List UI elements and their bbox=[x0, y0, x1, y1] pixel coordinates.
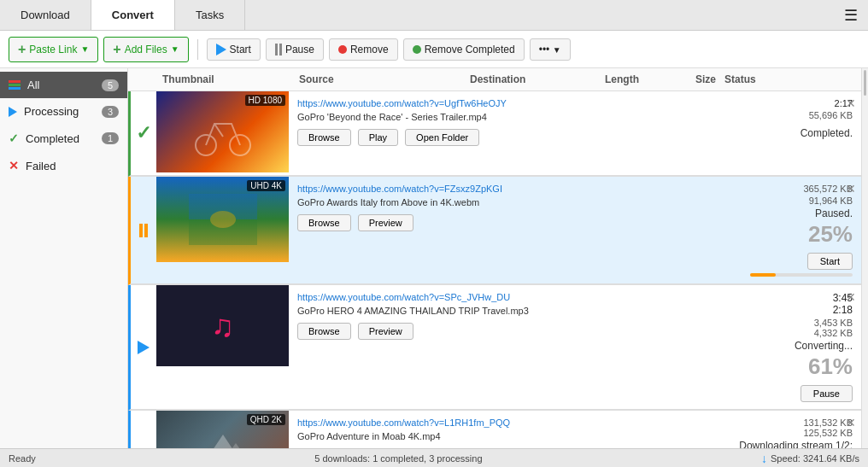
paste-link-dropdown-arrow[interactable]: ▼ bbox=[80, 44, 89, 54]
row-url-1: https://www.youtube.com/watch?v=UgfTw6He… bbox=[297, 98, 699, 108]
plus-icon-2: + bbox=[113, 42, 120, 57]
close-button-3[interactable]: ✕ bbox=[846, 290, 856, 304]
remove-completed-button[interactable]: Remove Completed bbox=[403, 38, 525, 61]
more-chevron-icon: ▼ bbox=[553, 45, 561, 55]
close-button-4[interactable]: ✕ bbox=[846, 416, 856, 429]
row-actions-1: Browse Play Open Folder bbox=[297, 129, 699, 146]
row-actions-3: Browse Preview bbox=[297, 323, 699, 340]
row-info-2: https://www.youtube.com/watch?v=FZsxz9Zp… bbox=[289, 177, 707, 283]
header-status: Status bbox=[724, 73, 853, 85]
browse-button-1[interactable]: Browse bbox=[297, 129, 351, 146]
browse-button-2[interactable]: Browse bbox=[297, 214, 351, 231]
check-icon: ✓ bbox=[9, 131, 19, 145]
processing-icon bbox=[9, 107, 17, 117]
plus-icon: + bbox=[18, 42, 26, 57]
row-dest-4: GoPro Adventure in Moab 4K.mp4 bbox=[297, 431, 699, 441]
open-folder-button-1[interactable]: Open Folder bbox=[405, 129, 479, 146]
svg-point-5 bbox=[210, 211, 236, 228]
toolbar: + Paste Link ▼ + Add Files ▼ Start Pause… bbox=[0, 31, 868, 68]
play-button-1[interactable]: Play bbox=[358, 129, 398, 146]
row-dest-3: GoPro HERO 4 AMAZING THAILAND TRIP Trave… bbox=[297, 306, 699, 316]
task-list: ✓ HD 1080 https://www.youtube.com/watch?… bbox=[128, 91, 861, 448]
download-arrow-icon: ↓ bbox=[761, 452, 767, 465]
row-dest-2: GoPro Awards Italy from Above in 4K.webm bbox=[297, 197, 699, 207]
x-icon: ✕ bbox=[9, 159, 19, 172]
add-files-dropdown-arrow[interactable]: ▼ bbox=[171, 44, 179, 54]
sidebar-item-all[interactable]: All 5 bbox=[0, 72, 127, 98]
status-ready: Ready bbox=[9, 453, 36, 464]
table-row: UHD 4K https://www.youtube.com/watch?v=F… bbox=[128, 177, 861, 285]
row-status-downloading-icon bbox=[131, 411, 156, 448]
header-size: Size bbox=[639, 73, 716, 85]
table-row: QHD 2K https://www.youtube.com/watch?v=L… bbox=[128, 411, 861, 448]
row-info-1: https://www.youtube.com/watch?v=UgfTw6He… bbox=[289, 91, 707, 175]
thumbnail-1: HD 1080 bbox=[156, 91, 289, 172]
thumbnail-4: QHD 2K bbox=[156, 411, 289, 448]
row-size1-3: 3,453 KB bbox=[814, 318, 853, 328]
row-dest-1: GoPro 'Beyond the Race' - Series Trailer… bbox=[297, 112, 699, 122]
tab-download[interactable]: Download bbox=[0, 0, 91, 30]
row-right-1: ✕ 2:17 55,696 KB Completed. bbox=[707, 91, 861, 175]
music-note-icon: ♫ bbox=[211, 308, 234, 344]
pause-button[interactable]: Pause bbox=[266, 38, 324, 61]
scrollbar[interactable] bbox=[861, 68, 868, 448]
close-button-2[interactable]: ✕ bbox=[846, 182, 856, 196]
add-files-button[interactable]: + Add Files ▼ bbox=[103, 37, 188, 62]
thumb-badge-2: UHD 4K bbox=[247, 180, 285, 191]
svg-line-2 bbox=[214, 124, 223, 137]
tab-convert[interactable]: Convert bbox=[91, 0, 175, 30]
header-length: Length bbox=[588, 73, 639, 85]
row-status-paused-icon bbox=[131, 177, 156, 283]
tab-bar: Download Convert Tasks ☰ bbox=[0, 0, 868, 31]
separator-1 bbox=[197, 39, 198, 60]
row-length2-3: 2:18 bbox=[833, 304, 853, 316]
status-bar: Ready 5 downloads: 1 completed, 3 proces… bbox=[0, 448, 868, 467]
sidebar: All 5 Processing 3 ✓ Completed 1 ✕ Faile… bbox=[0, 68, 128, 448]
row-actions-2: Browse Preview bbox=[297, 214, 699, 231]
browse-button-3[interactable]: Browse bbox=[297, 323, 351, 340]
status-center: 5 downloads: 1 completed, 3 processing bbox=[36, 453, 761, 464]
menu-icon[interactable]: ☰ bbox=[834, 0, 868, 32]
paste-link-button[interactable]: + Paste Link ▼ bbox=[9, 37, 98, 62]
row-info-4: https://www.youtube.com/watch?v=L1RH1fm_… bbox=[289, 411, 707, 448]
start-button[interactable]: Start bbox=[207, 38, 261, 61]
row-right-2: ✕ 365,572 KB 91,964 KB Paused. 25% Start bbox=[707, 177, 861, 283]
preview-button-2[interactable]: Preview bbox=[358, 214, 413, 231]
thumbnail-2: UHD 4K bbox=[156, 177, 289, 262]
content-area: Thumbnail Source Destination Length Size… bbox=[128, 68, 861, 448]
thumb-badge-1: HD 1080 bbox=[245, 95, 285, 106]
tab-tasks[interactable]: Tasks bbox=[175, 0, 245, 30]
row-info-3: https://www.youtube.com/watch?v=SPc_JVHw… bbox=[289, 285, 707, 409]
header-source: Source bbox=[299, 73, 470, 85]
row-url-4: https://www.youtube.com/watch?v=L1RH1fm_… bbox=[297, 417, 699, 428]
row-status-converting-icon bbox=[131, 285, 156, 409]
remove-button[interactable]: Remove bbox=[329, 38, 398, 61]
row-url-2: https://www.youtube.com/watch?v=FZsxz9Zp… bbox=[297, 184, 699, 194]
table-row: ♫ https://www.youtube.com/watch?v=SPc_JV… bbox=[128, 285, 861, 411]
status-speed: ↓ Speed: 3241.64 KB/s bbox=[761, 452, 859, 465]
all-icon bbox=[9, 80, 21, 90]
sidebar-item-failed[interactable]: ✕ Failed bbox=[0, 152, 127, 179]
close-button-1[interactable]: ✕ bbox=[846, 96, 856, 110]
table-header: Thumbnail Source Destination Length Size… bbox=[128, 68, 861, 91]
remove-completed-icon bbox=[413, 45, 421, 54]
row-size2-3: 4,332 KB bbox=[814, 328, 853, 338]
row-status-completed-icon: ✓ bbox=[131, 91, 156, 175]
row-right-3: ✕ 3:45 2:18 3,453 KB 4,332 KB Converting… bbox=[707, 285, 861, 409]
pause-button-3[interactable]: Pause bbox=[801, 385, 853, 402]
remove-icon bbox=[338, 45, 347, 54]
sidebar-item-processing[interactable]: Processing 3 bbox=[0, 98, 127, 125]
more-options-button[interactable]: ••• ▼ bbox=[530, 38, 571, 61]
preview-button-3[interactable]: Preview bbox=[358, 323, 413, 340]
thumbnail-3: ♫ bbox=[156, 285, 289, 366]
svg-marker-6 bbox=[197, 435, 249, 449]
row-url-3: https://www.youtube.com/watch?v=SPc_JVHw… bbox=[297, 292, 699, 302]
header-destination: Destination bbox=[470, 73, 588, 85]
play-icon bbox=[216, 44, 226, 55]
pause-icon bbox=[275, 44, 282, 55]
progress-bar-2 bbox=[750, 273, 853, 277]
sidebar-item-completed[interactable]: ✓ Completed 1 bbox=[0, 125, 127, 152]
thumb-badge-4: QHD 2K bbox=[247, 414, 285, 425]
start-button-2[interactable]: Start bbox=[807, 253, 853, 270]
header-thumbnail: Thumbnail bbox=[162, 73, 299, 85]
